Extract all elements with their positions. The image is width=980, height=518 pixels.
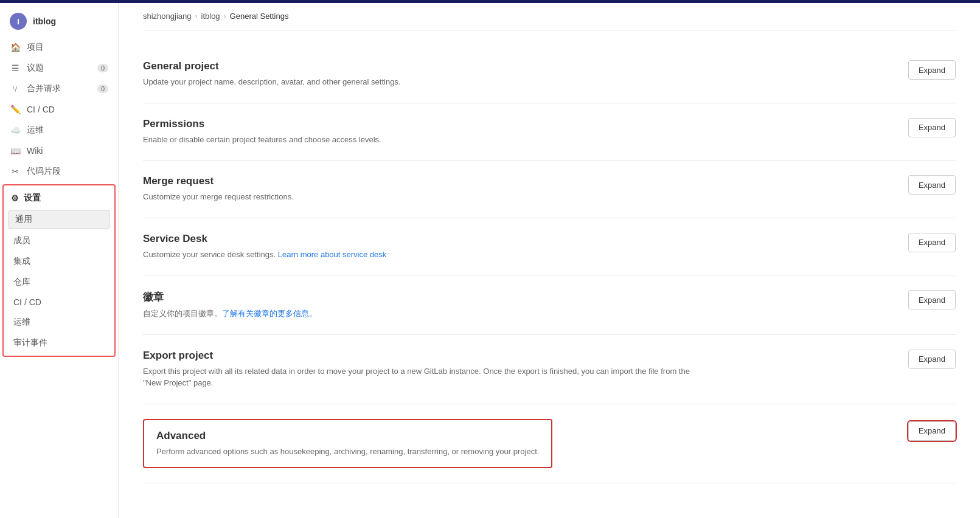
sidebar-item-label-snippets: 代码片段 (27, 166, 61, 177)
expand-btn-advanced[interactable]: Expand (908, 421, 956, 441)
avatar: I (10, 13, 27, 30)
issues-icon: ☰ (10, 63, 21, 74)
settings-nav-repository[interactable]: 仓库 (4, 272, 114, 292)
issues-badge: 0 (97, 64, 108, 72)
merge-badge: 0 (97, 85, 108, 93)
section-right-export: Expand (896, 350, 956, 369)
section-title-permissions: Permissions (143, 118, 381, 130)
sidebar-header: I itblog (0, 8, 118, 37)
service-desk-learn-more-link[interactable]: Learn more about service desk (278, 250, 386, 259)
section-desc-general: Update your project name, description, a… (143, 76, 400, 88)
section-right-advanced: Expand (896, 421, 956, 441)
sidebar-item-label-project: 项目 (27, 42, 44, 53)
breadcrumb-sep-2: › (224, 12, 226, 21)
section-right-service-desk: Expand (896, 233, 956, 252)
section-title-advanced: Advanced (156, 430, 539, 442)
sidebar-item-label-ops: 运维 (27, 125, 44, 136)
settings-nav-ci[interactable]: CI / CD (4, 292, 114, 312)
breadcrumb-link-org[interactable]: shizhongjiang (143, 12, 192, 21)
badges-desc-prefix: 自定义你的项目徽章。 (143, 309, 222, 318)
sidebar-item-label-ci: CI / CD (27, 105, 55, 114)
section-permissions: Permissions Enable or disable certain pr… (143, 103, 956, 161)
sidebar-item-label-wiki: Wiki (27, 146, 43, 156)
section-title-merge: Merge request (143, 175, 294, 187)
expand-btn-service-desk[interactable]: Expand (908, 233, 956, 252)
breadcrumb-sep-1: › (195, 12, 198, 21)
section-desc-service-desk: Customize your service desk settings. Le… (143, 249, 386, 261)
sidebar: I itblog 🏠 项目 ☰ 议题 0 ⑂ 合并请求 0 ✏️ CI / CD… (0, 3, 119, 518)
section-general-project: General project Update your project name… (143, 46, 956, 103)
operations-icon: ☁️ (10, 125, 21, 136)
section-title-service-desk: Service Desk (143, 233, 386, 245)
home-icon: 🏠 (10, 42, 21, 53)
settings-submenu: ⚙ 设置 通用 成员 集成 仓库 CI / CD 运维 审计事件 (2, 184, 116, 357)
sidebar-item-wiki[interactable]: 📖 Wiki (0, 140, 118, 161)
section-desc-merge: Customize your merge request restriction… (143, 191, 294, 203)
breadcrumb-link-project[interactable]: itblog (201, 12, 220, 21)
section-badges: 徽章 自定义你的项目徽章。了解有关徽章的更多信息。 Expand (143, 275, 956, 335)
section-text-badges: 徽章 自定义你的项目徽章。了解有关徽章的更多信息。 (143, 290, 317, 320)
expand-btn-permissions[interactable]: Expand (908, 118, 956, 137)
sidebar-item-merge-requests[interactable]: ⑂ 合并请求 0 (0, 78, 118, 99)
sidebar-item-ci-cd[interactable]: ✏️ CI / CD (0, 99, 118, 120)
section-merge-request: Merge request Customize your merge reque… (143, 161, 956, 218)
section-service-desk: Service Desk Customize your service desk… (143, 218, 956, 276)
cicd-icon: ✏️ (10, 104, 21, 115)
sidebar-item-issues[interactable]: ☰ 议题 0 (0, 58, 118, 78)
section-desc-badges: 自定义你的项目徽章。了解有关徽章的更多信息。 (143, 308, 317, 320)
section-desc-export: Export this project with all its related… (143, 365, 690, 389)
settings-nav-operations[interactable]: 运维 (4, 312, 114, 333)
sidebar-item-label-merge: 合并请求 (27, 83, 61, 94)
settings-nav-integrations[interactable]: 集成 (4, 251, 114, 272)
section-right-permissions: Expand (896, 118, 956, 137)
service-desk-desc-prefix: Customize your service desk settings. (143, 250, 278, 259)
section-text-advanced: Advanced Perform advanced options such a… (143, 419, 552, 469)
merge-icon: ⑂ (10, 83, 21, 94)
snippets-icon: ✂ (10, 166, 21, 177)
sidebar-item-operations[interactable]: ☁️ 运维 (0, 120, 118, 140)
settings-nav-members[interactable]: 成员 (4, 230, 114, 251)
expand-btn-badges[interactable]: Expand (908, 290, 956, 309)
expand-btn-general[interactable]: Expand (908, 60, 956, 80)
section-desc-permissions: Enable or disable certain project featur… (143, 134, 381, 146)
breadcrumb-current: General Settings (230, 12, 289, 21)
section-export: Export project Export this project with … (143, 335, 956, 404)
expand-btn-merge[interactable]: Expand (908, 175, 956, 195)
section-right-badges: Expand (896, 290, 956, 309)
settings-header: ⚙ 设置 (4, 188, 114, 209)
section-advanced: Advanced Perform advanced options such a… (143, 404, 956, 484)
wiki-icon: 📖 (10, 145, 21, 156)
settings-nav-audit[interactable]: 审计事件 (4, 333, 114, 353)
project-title: itblog (33, 16, 56, 26)
sidebar-item-label-issues: 议题 (27, 63, 44, 74)
app-layout: I itblog 🏠 项目 ☰ 议题 0 ⑂ 合并请求 0 ✏️ CI / CD… (0, 3, 980, 518)
section-text-general: General project Update your project name… (143, 60, 400, 88)
settings-nav-general[interactable]: 通用 (9, 210, 109, 229)
section-desc-advanced: Perform advanced options such as houseke… (156, 446, 539, 458)
sidebar-item-snippets[interactable]: ✂ 代码片段 (0, 161, 118, 182)
section-text-export: Export project Export this project with … (143, 350, 690, 389)
section-title-badges: 徽章 (143, 290, 317, 304)
badges-learn-more-link[interactable]: 了解有关徽章的更多信息。 (222, 309, 317, 318)
main-content: shizhongjiang › itblog › General Setting… (119, 3, 980, 518)
breadcrumb: shizhongjiang › itblog › General Setting… (143, 3, 956, 31)
expand-btn-export[interactable]: Expand (908, 350, 956, 369)
section-text-permissions: Permissions Enable or disable certain pr… (143, 118, 381, 146)
sidebar-item-project[interactable]: 🏠 项目 (0, 37, 118, 58)
settings-title: 设置 (24, 193, 41, 204)
section-text-merge: Merge request Customize your merge reque… (143, 175, 294, 203)
gear-icon: ⚙ (11, 193, 19, 203)
section-right-merge: Expand (896, 175, 956, 195)
section-title-export: Export project (143, 350, 690, 362)
section-title-general: General project (143, 60, 400, 72)
section-right-general: Expand (896, 60, 956, 80)
section-text-service-desk: Service Desk Customize your service desk… (143, 233, 386, 261)
